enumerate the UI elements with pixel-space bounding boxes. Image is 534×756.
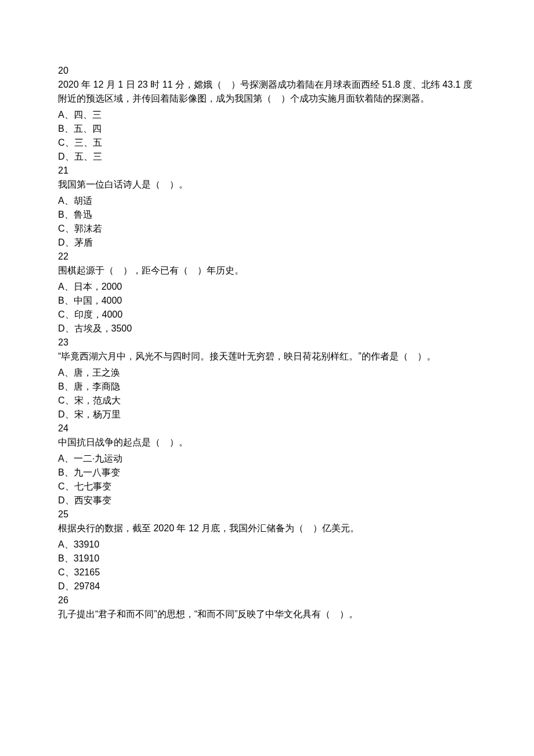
question-block: 23 “毕竟西湖六月中，风光不与四时同。接天莲叶无穷碧，映日荷花别样红。”的作者… [58, 336, 476, 422]
option-c: C、三、五 [58, 136, 476, 150]
option-d: D、西安事变 [58, 494, 476, 507]
question-block: 26 孔子提出“君子和而不同”的思想，“和而不同”反映了中华文化具有（ ）。 [58, 593, 476, 621]
question-block: 21 我国第一位白话诗人是（ ）。 A、胡适 B、鲁迅 C、郭沫若 D、茅盾 [58, 164, 476, 250]
question-stem: 根据央行的数据，截至 2020 年 12 月底，我国外汇储备为（ ）亿美元。 [58, 521, 476, 535]
question-block: 20 2020 年 12 月 1 日 23 时 11 分，嫦娥（ ）号探测器成功… [58, 64, 476, 164]
question-number: 23 [58, 336, 476, 350]
option-b: B、鲁迅 [58, 208, 476, 222]
question-stem: 我国第一位白话诗人是（ ）。 [58, 178, 476, 192]
option-a: A、一二·九运动 [58, 452, 476, 466]
option-c: C、32165 [58, 566, 476, 579]
option-b: B、31910 [58, 552, 476, 566]
question-number: 21 [58, 164, 476, 178]
option-c: C、宋，范成大 [58, 394, 476, 408]
option-b: B、九一八事变 [58, 466, 476, 480]
question-number: 20 [58, 64, 476, 78]
option-a: A、日本，2000 [58, 280, 476, 294]
question-number: 25 [58, 507, 476, 521]
option-a: A、33910 [58, 538, 476, 552]
question-stem: 孔子提出“君子和而不同”的思想，“和而不同”反映了中华文化具有（ ）。 [58, 607, 476, 621]
option-c: C、郭沫若 [58, 222, 476, 236]
option-d: D、29784 [58, 579, 476, 593]
question-block: 24 中国抗日战争的起点是（ ）。 A、一二·九运动 B、九一八事变 C、七七事… [58, 422, 476, 507]
question-block: 22 围棋起源于（ ），距今已有（ ）年历史。 A、日本，2000 B、中国，4… [58, 250, 476, 336]
option-d: D、五、三 [58, 150, 476, 164]
option-c: C、印度，4000 [58, 308, 476, 322]
option-d: D、古埃及，3500 [58, 322, 476, 336]
option-d: D、茅盾 [58, 236, 476, 250]
option-b: B、中国，4000 [58, 294, 476, 308]
question-stem: 围棋起源于（ ），距今已有（ ）年历史。 [58, 264, 476, 278]
option-a: A、四、三 [58, 108, 476, 122]
exam-page: 20 2020 年 12 月 1 日 23 时 11 分，嫦娥（ ）号探测器成功… [0, 0, 534, 756]
option-a: A、胡适 [58, 194, 476, 208]
option-d: D、宋，杨万里 [58, 408, 476, 422]
option-b: B、唐，李商隐 [58, 380, 476, 394]
option-b: B、五、四 [58, 122, 476, 136]
question-number: 24 [58, 422, 476, 435]
question-stem: 2020 年 12 月 1 日 23 时 11 分，嫦娥（ ）号探测器成功着陆在… [58, 78, 476, 106]
option-c: C、七七事变 [58, 480, 476, 494]
question-stem: 中国抗日战争的起点是（ ）。 [58, 435, 476, 449]
question-number: 22 [58, 250, 476, 264]
option-a: A、唐，王之涣 [58, 366, 476, 380]
question-stem: “毕竟西湖六月中，风光不与四时同。接天莲叶无穷碧，映日荷花别样红。”的作者是（ … [58, 350, 476, 363]
question-block: 25 根据央行的数据，截至 2020 年 12 月底，我国外汇储备为（ ）亿美元… [58, 507, 476, 593]
question-number: 26 [58, 593, 476, 607]
